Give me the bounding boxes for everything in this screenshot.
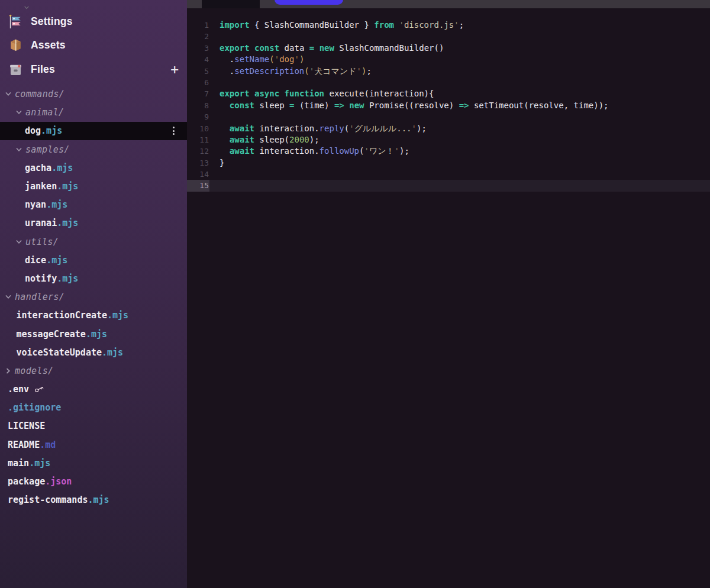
file-name: uranai [25,218,57,228]
tree-file-janken-mjs[interactable]: janken.mjs [0,177,187,195]
code-line[interactable]: 1import { SlashCommandBuilder } from 'di… [187,20,710,31]
tree-file-env[interactable]: .env [0,380,187,399]
code-line-current[interactable]: 15 [187,180,710,191]
token-kw: new [349,101,364,110]
token-orangeq: ' [275,54,279,64]
tree-file-notify-mjs[interactable]: notify.mjs [0,269,187,287]
token-strq: ' [412,124,417,133]
carp-streamer-icon [8,14,23,29]
tree-file-uranai-mjs[interactable]: uranai.mjs [0,214,187,232]
token-txt: { SlashCommandBuilder } [250,20,375,30]
token-txt [220,124,230,133]
tree-file-README-md[interactable]: README.md [0,435,187,454]
code-line[interactable]: 14 [187,169,710,180]
tree-file-nyan-mjs[interactable]: nyan.mjs [0,196,187,214]
token-kw: const [230,101,254,110]
code-text: await sleep(2000); [209,134,320,146]
token-fn: reply [320,124,344,133]
code-text [209,111,220,122]
token-txt [220,101,230,110]
chevron-right-icon[interactable] [5,367,12,374]
file-extension: .mjs [88,495,109,505]
token-kw: async [254,89,279,98]
tree-file-voiceStateUpdate-mjs[interactable]: voiceStateUpdate.mjs [0,343,187,361]
kebab-menu-icon[interactable] [170,124,177,137]
code-line[interactable]: 7export async function execute(interacti… [187,88,710,99]
tree-file-LICENSE[interactable]: LICENSE [0,417,187,435]
token-fn: setDescription [234,66,304,76]
file-extension: .json [45,476,72,487]
token-strq: ' [399,20,404,30]
code-line[interactable]: 12 await interaction.followUp('ワン！'); [187,146,710,157]
tree-folder-handlers[interactable]: handlers/ [0,288,187,306]
chevron-down-icon[interactable] [15,146,22,153]
token-txt: ( [344,124,349,133]
code-line[interactable]: 2 [187,31,710,42]
code-line[interactable]: 6 [187,77,710,88]
line-number: 7 [187,88,209,99]
tree-file-main-mjs[interactable]: main.mjs [0,454,187,472]
file-name: gacha [25,163,51,173]
chevron-down-icon[interactable] [15,238,22,245]
token-txt: setTimeout(resolve, time)); [469,101,609,110]
file-extension: .mjs [102,347,123,358]
primary-action-button[interactable] [275,0,343,5]
token-strq: ' [395,146,399,156]
token-txt [220,135,230,144]
code-line[interactable]: 13} [187,157,710,169]
nav-item-files[interactable]: Files+ [0,57,187,82]
nav-item-assets[interactable]: Assets [0,34,187,58]
line-number: 11 [187,134,209,146]
file-extension: .mjs [29,458,50,469]
nav-item-label: Assets [31,39,66,51]
token-txt [279,89,284,98]
nav-item-settings[interactable]: Settings [0,9,187,34]
active-file-tab[interactable] [202,0,260,8]
tree-file-package-json[interactable]: package.json [0,472,187,490]
token-txt: interaction. [254,146,320,156]
code-text [209,77,220,88]
chevron-down-icon[interactable] [15,109,22,116]
code-text: await interaction.followUp('ワン！'); [209,146,409,157]
file-extension: .mjs [41,125,62,136]
tree-folder-models[interactable]: models/ [0,361,187,380]
add-file-button[interactable]: + [170,63,179,76]
nav-item-label: Files [31,63,55,76]
file-extension: .mjs [46,199,67,210]
chevron-down-icon[interactable] [5,293,12,301]
line-number: 13 [187,157,209,169]
file-extension: .mjs [107,310,128,321]
code-line[interactable]: 10 await interaction.reply('グルルルル...'); [187,123,710,134]
code-line[interactable]: 3export const data = new SlashCommandBui… [187,43,710,54]
code-editor[interactable]: 1import { SlashCommandBuilder } from 'di… [187,8,710,588]
code-line[interactable]: 8 const sleep = (time) => new Promise((r… [187,100,710,111]
code-text: export const data = new SlashCommandBuil… [209,43,444,54]
line-number: 1 [187,20,209,31]
token-kw: export [220,89,250,98]
code-text [209,31,220,42]
tree-folder-utils[interactable]: utils/ [0,232,187,251]
tree-file-gacha-mjs[interactable]: gacha.mjs [0,159,187,177]
tree-file-interactionCreate-mjs[interactable]: interactionCreate.mjs [0,306,187,325]
line-number: 9 [187,111,209,122]
tree-file-gitignore[interactable]: .gitignore [0,399,187,417]
token-kw: => [334,101,344,110]
token-txt: . [220,54,234,64]
line-number: 2 [187,31,209,42]
tree-file-messageCreate-mjs[interactable]: messageCreate.mjs [0,325,187,343]
file-extension: .mjs [57,273,78,284]
file-name: LICENSE [8,421,45,431]
tree-file-dice-mjs[interactable]: dice.mjs [0,251,187,269]
tree-file-regist-commands-mjs[interactable]: regist-commands.mjs [0,491,187,509]
tree-folder-commands[interactable]: commands/ [0,85,187,104]
code-line[interactable]: 5 .setDescription('犬コマンド'); [187,66,710,77]
tree-folder-samples[interactable]: samples/ [0,140,187,159]
file-extension: .mjs [57,218,78,228]
tree-file-dog-mjs[interactable]: dog.mjs [0,122,187,140]
chevron-down-icon[interactable] [5,91,12,98]
code-line[interactable]: 11 await sleep(2000); [187,134,710,146]
code-line[interactable]: 9 [187,111,710,122]
code-line[interactable]: 4 .setName('dog') [187,54,710,65]
tree-folder-animal[interactable]: animal/ [0,104,187,122]
file-extension: .gitignore [8,402,61,413]
